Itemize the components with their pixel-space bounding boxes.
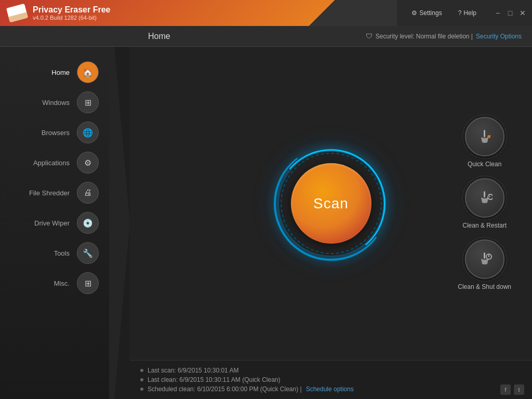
sidebar-label-windows: Windows xyxy=(42,99,70,107)
sidebar-item-tools[interactable]: Tools 🔧 xyxy=(0,238,130,268)
help-button[interactable]: ? Help xyxy=(454,7,481,19)
sidebar-icon-drive-wiper: 💿 xyxy=(77,212,99,234)
svg-point-7 xyxy=(486,254,491,259)
maximize-button[interactable]: □ xyxy=(506,9,514,17)
sidebar-icon-file-shredder: 🖨 xyxy=(77,182,99,204)
svg-rect-8 xyxy=(488,255,489,257)
sidebar-label-drive-wiper: Drive Wiper xyxy=(34,219,70,227)
window-controls: − □ ✕ xyxy=(494,9,527,17)
sidebar-item-home[interactable]: Home 🏠 xyxy=(0,57,130,87)
eraser-icon xyxy=(6,4,28,22)
clean-restart-button[interactable]: Clean & Restart xyxy=(462,178,507,229)
svg-point-2 xyxy=(487,135,490,138)
svg-marker-5 xyxy=(488,195,490,197)
twitter-icon[interactable]: t xyxy=(514,384,524,395)
sidebar-icon-home: 🏠 xyxy=(77,61,99,83)
quick-clean-circle xyxy=(465,117,504,156)
status-dot-scan xyxy=(140,369,143,372)
scheduled-clean-text: Scheduled clean: 6/10/2015 6:00:00 PM (Q… xyxy=(148,385,302,393)
sidebar-item-windows[interactable]: Windows ⊞ xyxy=(0,87,130,117)
scan-button[interactable]: Scan xyxy=(291,163,371,244)
clean-restart-label: Clean & Restart xyxy=(462,222,507,229)
schedule-options-link[interactable]: Schedule options xyxy=(306,385,354,393)
clean-shutdown-label: Clean & Shut down xyxy=(458,283,511,290)
sidebar-item-browsers[interactable]: Browsers 🌐 xyxy=(0,117,130,148)
last-clean-text: Last clean: 6/9/2015 10:30:11 AM (Quick … xyxy=(148,376,281,383)
brand-area: Privacy Eraser Free v4.0.2 Build 1282 (6… xyxy=(0,5,140,21)
svg-line-3 xyxy=(488,136,490,137)
title-controls: ⚙ Settings ? Help − □ ✕ xyxy=(397,0,532,26)
security-info: 🛡 Security level: Normal file deletion |… xyxy=(366,32,522,40)
sidebar-label-applications: Applications xyxy=(33,159,70,167)
svg-rect-0 xyxy=(484,130,485,137)
content-area: Scan xyxy=(130,47,532,399)
social-bar: f t xyxy=(500,384,524,395)
clean-restart-circle xyxy=(465,178,504,218)
close-button[interactable]: ✕ xyxy=(518,9,527,17)
last-scan-text: Last scan: 6/9/2015 10:30:01 AM xyxy=(148,367,238,374)
status-dot-scheduled xyxy=(140,388,143,391)
minimize-button[interactable]: − xyxy=(494,9,502,17)
help-icon: ? xyxy=(458,9,462,17)
sidebar-label-browsers: Browsers xyxy=(42,129,70,137)
sidebar-item-drive-wiper[interactable]: Drive Wiper 💿 xyxy=(0,208,130,238)
broom-icon-restart xyxy=(477,190,493,206)
sidebar-label-tools: Tools xyxy=(54,249,70,257)
clean-shutdown-button[interactable]: Clean & Shut down xyxy=(458,240,511,290)
clean-shutdown-circle xyxy=(465,240,504,279)
sidebar-item-applications[interactable]: Applications ⚙ xyxy=(0,148,130,178)
scan-label: Scan xyxy=(313,195,349,212)
last-clean-status: Last clean: 6/9/2015 10:30:11 AM (Quick … xyxy=(140,376,522,383)
sidebar-icon-browsers: 🌐 xyxy=(77,122,99,143)
app-version: v4.0.2 Build 1282 (64-bit) xyxy=(33,15,110,21)
sidebar-icon-misc: ⊞ xyxy=(77,272,99,294)
app-name: Privacy Eraser Free xyxy=(33,5,110,15)
sidebar-item-file-shredder[interactable]: File Shredder 🖨 xyxy=(0,178,130,208)
status-dot-clean xyxy=(140,378,143,381)
action-buttons: Quick Clean Clean & Restar xyxy=(458,117,511,290)
sidebar-icon-tools: 🔧 xyxy=(77,242,99,264)
scan-area: Scan xyxy=(130,47,532,360)
page-title: Home xyxy=(148,32,170,41)
facebook-icon[interactable]: f xyxy=(500,384,511,395)
sidebar-label-file-shredder: File Shredder xyxy=(29,189,70,197)
sidebar-item-misc[interactable]: Misc. ⊞ xyxy=(0,268,130,298)
scan-container: Scan xyxy=(274,147,388,261)
sidebar: Home 🏠 Windows ⊞ Browsers 🌐 Applications… xyxy=(0,47,130,399)
sidebar-label-misc: Misc. xyxy=(54,280,70,287)
settings-button[interactable]: ⚙ Settings xyxy=(407,7,446,19)
help-label: Help xyxy=(463,9,476,17)
broom-icon-quickclean xyxy=(477,129,493,144)
security-text: Security level: Normal file deletion | xyxy=(376,33,473,40)
quick-clean-label: Quick Clean xyxy=(468,161,501,168)
shield-icon: 🛡 xyxy=(366,32,373,40)
title-bar: Privacy Eraser Free v4.0.2 Build 1282 (6… xyxy=(0,0,532,26)
header-bar: Home 🛡 Security level: Normal file delet… xyxy=(0,26,532,47)
svg-rect-6 xyxy=(484,252,485,259)
sidebar-icon-windows: ⊞ xyxy=(77,91,99,113)
status-bar: Last scan: 6/9/2015 10:30:01 AM Last cle… xyxy=(130,360,532,399)
brand-text: Privacy Eraser Free v4.0.2 Build 1282 (6… xyxy=(33,5,110,21)
settings-label: Settings xyxy=(419,9,442,17)
svg-rect-4 xyxy=(484,191,485,197)
security-options-link[interactable]: Security Options xyxy=(476,33,522,40)
main-layout: Home 🏠 Windows ⊞ Browsers 🌐 Applications… xyxy=(0,47,532,399)
last-scan-status: Last scan: 6/9/2015 10:30:01 AM xyxy=(140,367,522,374)
broom-icon-shutdown xyxy=(477,251,493,267)
scheduled-clean-status: Scheduled clean: 6/10/2015 6:00:00 PM (Q… xyxy=(140,385,522,393)
sidebar-label-home: Home xyxy=(51,69,70,76)
quick-clean-button[interactable]: Quick Clean xyxy=(465,117,504,168)
sidebar-icon-applications: ⚙ xyxy=(77,152,99,174)
gear-icon: ⚙ xyxy=(411,9,417,17)
